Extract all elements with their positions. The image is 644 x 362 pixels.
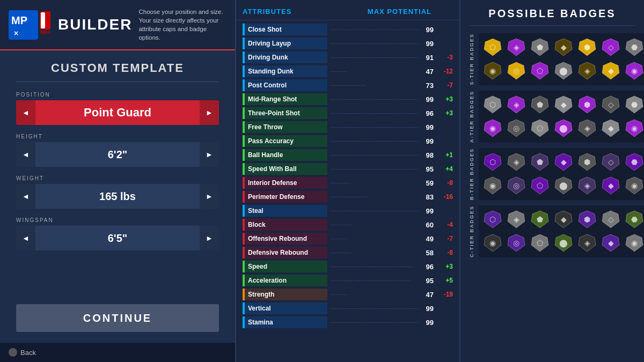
svg-text:⬟: ⬟ <box>537 43 543 51</box>
table-row: Speed ··································… <box>236 260 459 274</box>
svg-text:◎: ◎ <box>513 124 519 132</box>
position-left-arrow[interactable]: ◄ <box>16 100 35 125</box>
list-item: ◉ <box>624 175 644 196</box>
badges-grid: ⬡◈⬟◆⬢◇⬣◉◎⬠⬤◈◆◉ <box>479 148 644 200</box>
mp-logo: MP × NBA <box>9 10 52 40</box>
attr-dots: ········································… <box>327 138 419 144</box>
attr-dots: ········································… <box>327 208 419 213</box>
list-item: ◉ <box>624 232 644 254</box>
attr-name: Defensive Rebound <box>243 247 327 258</box>
weight-left-arrow[interactable]: ◄ <box>16 184 35 209</box>
table-row: Mid-Range Shot ·························… <box>236 92 459 106</box>
svg-text:⬣: ⬣ <box>631 215 638 224</box>
svg-text:⬤: ⬤ <box>559 124 568 133</box>
right-panel: POSSIBLE BADGES S-TIER BADGES⬡◈⬟◆⬢◇⬣◉◎⬠⬤… <box>460 0 644 362</box>
table-row: Standing Dunk ········· 47 -12 <box>236 64 459 78</box>
table-row: Block ············ 60 -4 <box>236 218 459 232</box>
wingspan-left-arrow[interactable]: ◄ <box>16 226 35 250</box>
svg-text:⬢: ⬢ <box>584 215 590 224</box>
weight-right-arrow[interactable]: ► <box>200 184 219 209</box>
attr-modifier: -3 <box>434 54 453 61</box>
list-item: ◆ <box>553 209 574 230</box>
position-right-arrow[interactable]: ► <box>200 100 219 125</box>
attr-value: 99 <box>419 123 434 131</box>
table-row: Strength ········· 47 -19 <box>236 287 459 301</box>
svg-text:⬟: ⬟ <box>537 215 543 224</box>
attr-value: 96 <box>419 263 434 271</box>
svg-text:MP: MP <box>11 14 27 26</box>
attr-dots: ············ <box>327 222 419 227</box>
list-item: ◇ <box>600 151 621 173</box>
list-item: ⬣ <box>624 94 644 115</box>
svg-text:◆: ◆ <box>608 67 614 75</box>
svg-text:◈: ◈ <box>584 239 590 247</box>
attr-name: Ball Handle <box>243 149 327 161</box>
attr-name: Free Throw <box>243 121 327 133</box>
svg-rect-4 <box>41 12 45 28</box>
svg-text:⬟: ⬟ <box>537 158 543 166</box>
svg-text:⬢: ⬢ <box>584 100 590 109</box>
svg-text:◆: ◆ <box>608 239 614 247</box>
attr-value: 73 <box>419 82 434 90</box>
table-row: Ball Handle ····························… <box>236 148 459 162</box>
attr-dots: ········································… <box>327 27 419 32</box>
list-item: ⬡ <box>482 94 503 115</box>
table-row: Driving Layup ··························… <box>236 36 459 50</box>
attr-name: Block <box>243 219 327 231</box>
attributes-header: ATTRIBUTES MAX POTENTIAL <box>236 8 459 20</box>
list-item: ⬠ <box>529 232 551 254</box>
list-item: ◇ <box>600 209 621 230</box>
list-item: ◆ <box>553 36 574 58</box>
svg-text:◈: ◈ <box>584 181 590 190</box>
attr-dots: ···················· <box>327 194 419 200</box>
table-row: Pass Accuracy ··························… <box>236 134 459 148</box>
list-item: ⬣ <box>624 36 644 58</box>
svg-text:◉: ◉ <box>489 239 496 247</box>
height-right-arrow[interactable]: ► <box>200 142 219 167</box>
svg-text:◆: ◆ <box>561 100 567 109</box>
badges-container: S-TIER BADGES⬡◈⬟◆⬢◇⬣◉◎⬠⬤◈◆◉A-TIER BADGES… <box>469 33 635 257</box>
attr-modifier: +3 <box>434 263 453 270</box>
attr-col-max: MAX POTENTIAL <box>368 8 431 16</box>
table-row: Acceleration ···························… <box>236 274 459 287</box>
table-row: Post Control ··················· 73 -7 <box>236 78 459 92</box>
list-item: ⬠ <box>529 175 551 196</box>
table-row: Defensive Rebound ··········· 58 -8 <box>236 246 459 260</box>
attr-name: Three-Point Shot <box>243 107 327 119</box>
svg-text:◇: ◇ <box>608 43 614 51</box>
builder-text-block: BUILDER <box>58 16 132 33</box>
attr-modifier: -4 <box>434 221 453 228</box>
list-item: ⬤ <box>553 60 574 82</box>
list-item: ◆ <box>553 94 574 115</box>
list-item: ⬣ <box>624 151 644 173</box>
list-item: ⬡ <box>482 209 503 230</box>
svg-text:◆: ◆ <box>561 158 567 166</box>
svg-text:◉: ◉ <box>631 67 638 75</box>
tier-section: C-TIER BADGES⬡◈⬟◆⬢◇⬣◉◎⬠⬤◈◆◉ <box>469 205 635 257</box>
attr-name: Speed <box>243 261 327 272</box>
attr-dots: ········································… <box>327 320 419 325</box>
svg-text:⬣: ⬣ <box>631 100 638 109</box>
height-left-arrow[interactable]: ◄ <box>16 142 35 167</box>
position-label: POSITION <box>16 92 219 98</box>
list-item: ◉ <box>482 117 503 139</box>
svg-text:⬣: ⬣ <box>631 158 638 166</box>
attr-name: Driving Dunk <box>243 51 327 63</box>
wingspan-right-arrow[interactable]: ► <box>200 226 219 250</box>
svg-text:⬤: ⬤ <box>559 181 568 190</box>
svg-text:◆: ◆ <box>561 215 567 224</box>
table-row: Stamina ································… <box>236 315 459 329</box>
weight-control: WEIGHT ◄ 165 lbs ► <box>16 175 219 209</box>
weight-label: WEIGHT <box>16 175 219 181</box>
svg-text:⬣: ⬣ <box>631 43 638 51</box>
continue-button[interactable]: CONTINUE <box>16 304 219 332</box>
table-row: Close Shot ·····························… <box>236 23 459 36</box>
svg-text:⬤: ⬤ <box>559 239 568 248</box>
builder-label: BUILDER <box>58 16 132 33</box>
list-item: ◎ <box>506 117 527 139</box>
svg-text:◈: ◈ <box>514 43 519 51</box>
weight-row: ◄ 165 lbs ► <box>16 184 219 209</box>
back-label[interactable]: Back <box>20 349 36 357</box>
attr-name: Mid-Range Shot <box>243 93 327 105</box>
attr-modifier: -7 <box>434 82 453 89</box>
